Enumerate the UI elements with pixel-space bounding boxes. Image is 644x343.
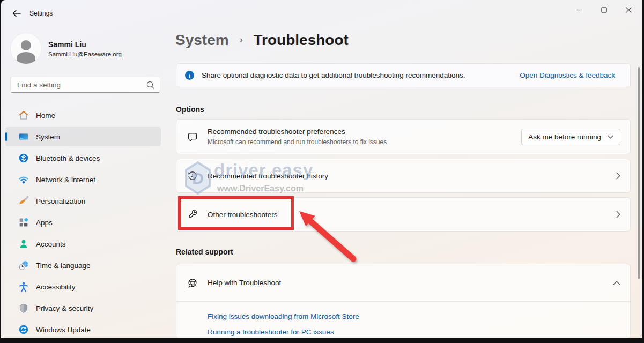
avatar [11,33,41,64]
search-input[interactable] [17,81,146,89]
open-diagnostics-link[interactable]: Open Diagnostics & feedback [520,71,615,79]
troubleshooter-preferences-card: Recommended troubleshooter preferences M… [176,119,631,154]
search-box[interactable] [10,77,160,93]
sidebar-item-label: Privacy & security [36,304,93,312]
sidebar-item-accounts[interactable]: Accounts [5,234,161,253]
chevron-right-icon [616,172,620,180]
card-subtitle: Microsoft can recommend and run troubles… [208,138,387,146]
sidebar-item-accessibility[interactable]: Accessibility [5,277,161,296]
sidebar-item-home[interactable]: Home [5,106,161,125]
breadcrumb: System › Troubleshoot [175,32,349,49]
accounts-icon [18,238,29,249]
sidebar-item-label: Apps [36,219,53,227]
troubleshooter-history-card[interactable]: Recommended troubleshooter history [176,159,631,193]
card-title: Recommended troubleshooter preferences [208,128,387,136]
chevron-right-icon [616,211,620,218]
sidebar-item-label: Personalization [36,197,85,205]
home-icon [18,110,29,121]
sidebar-item-label: Windows Update [36,326,91,334]
globe-search-icon [187,278,198,288]
maximize-button[interactable] [591,0,616,19]
accessibility-icon [18,281,29,292]
help-link-pc-issues[interactable]: Running a troubleshooter for PC issues [208,328,630,337]
card-title: Recommended troubleshooter history [208,172,328,180]
arrow-left-icon [12,10,21,17]
comment-icon [187,131,198,142]
minimize-icon [576,7,582,13]
card-title: Help with Troubleshoot [208,279,281,287]
sidebar-item-label: Accessibility [36,283,76,291]
windows-update-icon [18,324,29,335]
user-name: Sammi Liu [48,40,122,49]
apps-icon [18,217,29,228]
related-support-label: Related support [176,248,233,256]
breadcrumb-parent[interactable]: System [175,32,229,48]
help-card: Help with Troubleshoot Fixing issues dow… [176,264,631,338]
window-title: Settings [29,10,53,17]
close-button[interactable] [616,0,641,19]
annotation-arrow-icon [288,203,363,267]
bluetooth-icon [18,153,29,163]
user-email: Sammi.Liu@Easeware.org [48,51,122,57]
personalization-icon [18,196,29,206]
chevron-up-icon [613,281,620,285]
scrollbar[interactable] [638,67,640,279]
sidebar-item-time-language[interactable]: Time & language [5,256,161,275]
privacy-icon [18,303,29,314]
back-button[interactable] [9,6,25,20]
help-link-microsoft-store[interactable]: Fixing issues downloading from Microsoft… [208,312,630,321]
time-language-icon [18,260,29,271]
sidebar-item-label: System [36,133,60,141]
breadcrumb-separator: › [239,34,242,45]
page-title: Troubleshoot [254,32,349,48]
chevron-down-icon [608,135,613,139]
help-with-troubleshoot-row[interactable]: Help with Troubleshoot [176,264,630,301]
network-icon [18,174,29,185]
history-icon [187,170,198,181]
sidebar-item-label: Time & language [36,262,91,270]
sidebar-item-label: Accounts [36,240,66,248]
system-icon [18,131,29,142]
sidebar-nav: Home System Bluetooth & devices Network … [5,106,161,338]
preferences-dropdown[interactable]: Ask me before running [521,129,620,145]
minimize-button[interactable] [567,0,591,19]
search-icon [146,81,154,89]
sidebar-item-windows-update[interactable]: Windows Update [5,320,161,338]
sidebar-item-privacy-security[interactable]: Privacy & security [5,299,161,318]
sidebar-item-label: Home [36,111,55,120]
sidebar-item-system[interactable]: System [5,127,161,146]
options-section-label: Options [176,105,204,114]
dropdown-value: Ask me before running [528,133,601,141]
sidebar-item-bluetooth-devices[interactable]: Bluetooth & devices [5,148,161,168]
diagnostics-banner: i Share optional diagnostic data to get … [176,63,631,87]
close-icon [626,7,632,13]
maximize-icon [601,7,607,13]
user-profile[interactable]: Sammi Liu Sammi.Liu@Easeware.org [11,33,122,64]
sidebar-item-personalization[interactable]: Personalization [5,191,161,211]
info-icon: i [185,71,194,80]
sidebar-item-label: Bluetooth & devices [36,154,100,162]
sidebar-item-apps[interactable]: Apps [5,213,161,232]
sidebar-item-network-internet[interactable]: Network & internet [5,170,161,189]
banner-text: Share optional diagnostic data to get ad… [202,71,520,79]
highlight-box [178,196,294,230]
sidebar-item-label: Network & internet [36,176,95,184]
settings-window: Settings Sammi Liu Sammi.Liu@Easeware.or… [1,0,642,338]
